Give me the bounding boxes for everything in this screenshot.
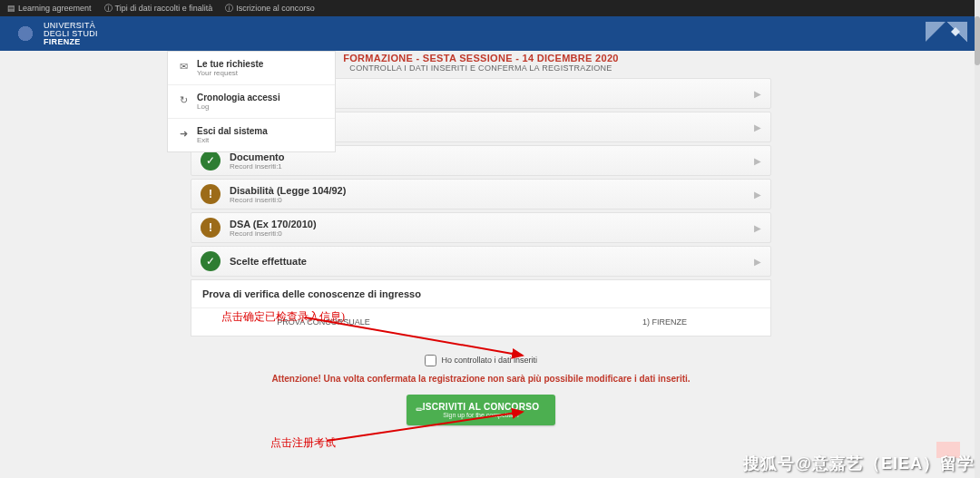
check-circle-icon: ✓ [201, 151, 220, 171]
confirm-checkbox-row: Ho controllato i dati inseriti [191, 355, 771, 366]
accordion-sub: Record inseriti:0 [230, 229, 745, 238]
warning-text: Attenzione! Una volta confermata la regi… [191, 374, 771, 384]
confirm-checkbox[interactable] [425, 355, 436, 366]
doc-icon: ▤ [7, 4, 15, 13]
accordion-title: Scelte effettuate [230, 256, 745, 267]
verification-panel: Prova di verifica delle conoscenze di in… [191, 279, 771, 337]
info-icon: ⓘ [104, 3, 113, 15]
info-icon: ⓘ [225, 3, 233, 15]
accordion-item-4[interactable]: !DSA (Ex 170/2010)Record inseriti:0▶ [191, 212, 771, 243]
accordion-item-5[interactable]: ✓Scelte effettuate▶ [191, 246, 771, 277]
vertical-scrollbar[interactable] [975, 0, 980, 478]
chevron-right-icon: ▶ [754, 190, 761, 200]
annotation-register: 点击注册考试 [270, 435, 336, 451]
topbar-iscrizione[interactable]: ⓘIscrizione al concorso [225, 3, 315, 15]
topbar-learning-agreement[interactable]: ▤Learning agreement [7, 4, 92, 13]
left-sidebar: ✉ Le tue richiesteYour request ↻ Cronolo… [167, 51, 336, 152]
history-icon: ↻ [177, 93, 190, 106]
chevron-right-icon: ▶ [754, 89, 761, 99]
chevron-right-icon: ▶ [754, 122, 761, 132]
accordion-item-3[interactable]: !Disabilità (Legge 104/92)Record inserit… [191, 179, 771, 210]
sidebar-item-requests[interactable]: ✉ Le tue richiesteYour request [168, 52, 335, 85]
warn-circle-icon: ! [201, 218, 220, 238]
accordion-title: Disabilità (Legge 104/92) [230, 185, 745, 196]
site-header: UNIVERSITÀDEGLI STUDIFIRENZE [0, 16, 980, 51]
watermark: 搜狐号@意嘉艺（EIEA）留学 [743, 453, 975, 474]
accordion-sub: Record inseriti:0 [230, 196, 745, 204]
annotation-check-info: 点击确定已检查录入信息) [221, 309, 345, 325]
chevron-right-icon: ▶ [754, 223, 761, 233]
envelope-icon: ✉ [177, 60, 190, 73]
university-seal-icon [13, 21, 38, 46]
topbar-tipi-dati[interactable]: ⓘTipi di dati raccolti e finalità [104, 3, 213, 15]
chevron-right-icon: ▶ [754, 257, 761, 267]
sidebar-item-exit[interactable]: ➜ Esci dal sistemaExit [168, 119, 335, 151]
brand-logo[interactable]: UNIVERSITÀDEGLI STUDIFIRENZE [13, 21, 98, 46]
eagle-emblem-icon [926, 22, 967, 45]
accordion-sub: Record inseriti:1 [230, 162, 745, 171]
panel-col-sede: 1) FIRENZE [445, 317, 760, 327]
accordion-title: Documento [230, 151, 745, 162]
iscriviti-button[interactable]: ✎ ISCRIVITI AL CONCORSO Sign up for the … [407, 395, 556, 425]
warn-circle-icon: ! [201, 184, 220, 204]
chevron-right-icon: ▶ [754, 156, 761, 166]
check-circle-icon: ✓ [201, 251, 220, 271]
sidebar-item-log[interactable]: ↻ Cronologia accessiLog [168, 85, 335, 119]
exit-icon: ➜ [177, 127, 190, 140]
confirm-checkbox-label: Ho controllato i dati inseriti [441, 356, 537, 365]
top-utility-bar: ▤Learning agreement ⓘTipi di dati raccol… [0, 0, 980, 16]
panel-heading: Prova di verifica delle conoscenze di in… [191, 280, 770, 308]
accordion-title: DSA (Ex 170/2010) [230, 219, 745, 229]
